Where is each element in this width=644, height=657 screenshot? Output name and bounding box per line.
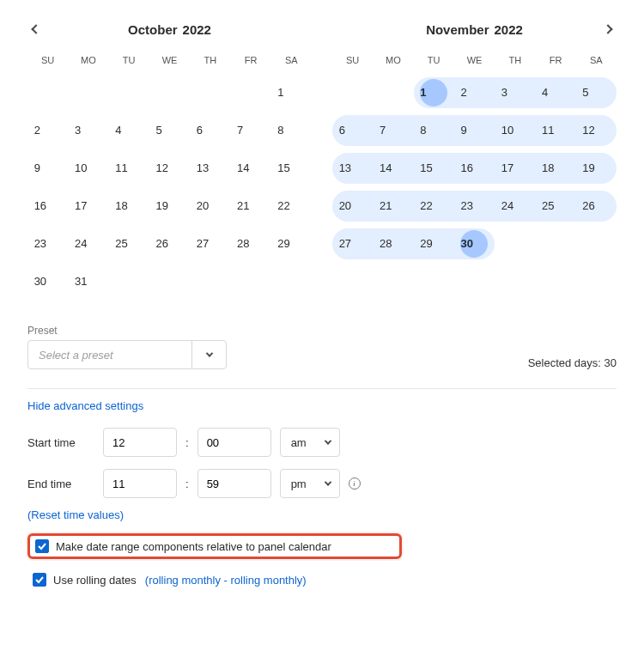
calendar-day[interactable]: 25 (542, 192, 569, 220)
calendar-day[interactable]: 15 (277, 155, 305, 182)
calendar-day[interactable]: 24 (501, 192, 529, 220)
calendar-day[interactable]: 13 (197, 155, 224, 182)
calendar-day[interactable]: 17 (75, 192, 102, 220)
calendar-day[interactable]: 6 (339, 117, 367, 144)
calendar-day[interactable]: 20 (197, 192, 224, 220)
calendar-day[interactable]: 28 (380, 230, 407, 258)
selected-days-summary: Selected days: 30 (528, 356, 617, 369)
calendar-cell: 18 (109, 191, 149, 222)
calendar-day[interactable]: 25 (115, 230, 143, 258)
start-hour-input[interactable] (103, 428, 177, 457)
calendar-day[interactable]: 9 (34, 155, 62, 182)
calendar-day[interactable]: 14 (237, 155, 264, 182)
calendar-week (332, 263, 617, 301)
calendar-day[interactable]: 15 (420, 155, 447, 182)
calendar-cell: 26 (149, 228, 190, 259)
start-time-row: Start time : am (27, 428, 617, 457)
calendar-month: October (128, 22, 178, 37)
calendar-dow: SA (576, 46, 617, 74)
calendar-day[interactable]: 28 (237, 230, 264, 258)
calendar-day[interactable]: 3 (75, 117, 102, 144)
calendar-day[interactable]: 22 (277, 192, 305, 220)
calendar-day[interactable]: 23 (34, 230, 62, 258)
calendar-day[interactable]: 31 (75, 268, 102, 295)
calendar-cell (149, 266, 190, 297)
calendar-day[interactable]: 1 (420, 79, 447, 106)
calendar-dow: WE (149, 46, 190, 74)
calendar-day[interactable]: 14 (380, 155, 407, 182)
calendar-day[interactable]: 6 (197, 117, 224, 144)
calendar-day[interactable]: 16 (34, 192, 62, 220)
calendar-day[interactable]: 18 (115, 192, 143, 220)
calendar-day[interactable]: 19 (155, 192, 183, 220)
calendar-day[interactable]: 1 (277, 79, 305, 106)
calendar-day[interactable]: 2 (34, 117, 62, 144)
calendar-day[interactable]: 5 (155, 117, 183, 144)
calendar-weeks: 1234567891011121314151617181920212223242… (27, 74, 312, 301)
info-icon[interactable]: i (349, 478, 361, 490)
calendar-day[interactable]: 10 (501, 117, 529, 144)
calendar-cell: 23 (27, 228, 68, 259)
calendar-day[interactable]: 27 (339, 230, 367, 258)
end-ampm-select[interactable]: pm (280, 469, 340, 498)
rolling-dates-option: Use rolling dates (rolling monthly - rol… (27, 568, 617, 592)
calendar-cell (535, 266, 575, 297)
calendar-day[interactable]: 18 (542, 155, 569, 182)
calendar-day[interactable]: 3 (501, 79, 529, 106)
chevron-down-icon (205, 350, 212, 356)
calendar-cell (373, 77, 413, 108)
calendar-day[interactable]: 27 (197, 230, 224, 258)
calendar-weeks: 1234567891011121314151617181920212223242… (332, 74, 617, 301)
calendar-dow: MO (373, 46, 413, 74)
calendar-day[interactable]: 29 (277, 230, 305, 258)
calendar-cell (109, 77, 149, 108)
calendar-cell: 12 (149, 153, 190, 184)
calendar-day[interactable]: 22 (420, 192, 447, 220)
calendar-day[interactable]: 13 (339, 155, 367, 182)
calendar-cell (576, 266, 617, 297)
calendar-day[interactable]: 7 (380, 117, 407, 144)
calendar-cell: 31 (68, 266, 108, 297)
calendar-cell (271, 266, 312, 297)
toggle-advanced-settings[interactable]: Hide advanced settings (27, 399, 617, 412)
preset-dropdown-toggle[interactable] (191, 341, 226, 368)
check-icon (35, 575, 44, 584)
calendar-day[interactable]: 30 (34, 268, 62, 295)
calendar-day[interactable]: 11 (115, 155, 143, 182)
calendar-cell (230, 77, 270, 108)
calendar-cell: 28 (230, 228, 270, 259)
calendar-day[interactable]: 21 (237, 192, 264, 220)
calendar-day[interactable]: 7 (237, 117, 264, 144)
calendar-day[interactable]: 20 (339, 192, 367, 220)
calendar-day[interactable]: 29 (420, 230, 447, 258)
start-minute-input[interactable] (197, 428, 271, 457)
calendar-day[interactable]: 26 (155, 230, 183, 258)
calendar-day[interactable]: 11 (542, 117, 569, 144)
rolling-dates-label: Use rolling dates (53, 574, 137, 587)
calendar-day[interactable]: 21 (380, 192, 407, 220)
preset-select[interactable]: Select a preset (27, 340, 227, 369)
calendar-day[interactable]: 4 (542, 79, 569, 106)
rolling-dates-hint[interactable]: (rolling monthly - rolling monthly) (145, 574, 307, 587)
time-colon: : (185, 436, 189, 449)
calendar-day[interactable]: 10 (75, 155, 102, 182)
rolling-dates-checkbox[interactable] (33, 573, 46, 587)
end-hour-input[interactable] (103, 469, 177, 498)
end-minute-input[interactable] (197, 469, 271, 498)
chevron-down-icon (324, 478, 331, 485)
calendar-cell (27, 77, 68, 108)
prev-month-button[interactable] (27, 17, 45, 41)
calendar-day[interactable]: 8 (277, 117, 305, 144)
next-month-button[interactable] (599, 17, 617, 41)
calendar-day[interactable]: 12 (155, 155, 183, 182)
calendar-pair: October2022SUMOTUWETHFRSA123456789101112… (27, 17, 617, 301)
calendar-day[interactable]: 8 (420, 117, 447, 144)
calendar-day[interactable]: 24 (75, 230, 102, 258)
start-ampm-select[interactable]: am (280, 428, 340, 457)
calendar-cell (190, 266, 230, 297)
calendar-week: 23242526272829 (27, 225, 312, 263)
reset-time-values[interactable]: (Reset time values) (27, 508, 124, 521)
relative-to-panel-checkbox[interactable] (35, 539, 49, 553)
calendar-day[interactable]: 4 (115, 117, 143, 144)
calendar-day[interactable]: 17 (501, 155, 529, 182)
